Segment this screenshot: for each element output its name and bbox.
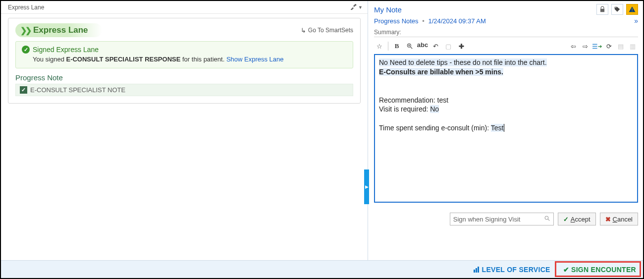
favorite-star-icon[interactable]: ☆ xyxy=(374,41,385,52)
cancel-rest: ancel xyxy=(617,216,633,223)
add-icon[interactable]: ✚ xyxy=(456,41,467,52)
left-pane: Express Lane ▼ ❯❯ Express Lane ↳ xyxy=(1,1,368,260)
sign-encounter-button[interactable]: ✔ SIGN ENCOUNTER xyxy=(560,264,639,276)
rec-label: Recommendation: xyxy=(379,96,437,104)
smartsets-label: Go To SmartSets xyxy=(308,27,353,34)
check-icon: ✔ xyxy=(563,266,569,274)
expand-chevrons-icon[interactable]: » xyxy=(634,17,638,25)
signed-express-lane-box: ✓ Signed Express Lane You signed E-CONSU… xyxy=(15,41,353,68)
note-type-link[interactable]: Progress Notes xyxy=(374,17,419,25)
signed-bold: E-CONSULT SPECIALIST RESPONSE xyxy=(66,56,180,63)
show-express-lane-link[interactable]: Show Express Lane xyxy=(226,56,284,63)
next-field-icon[interactable]: ⇨ xyxy=(580,41,590,52)
svg-point-4 xyxy=(545,216,548,220)
zoom-icon[interactable] xyxy=(404,41,415,52)
check-circle-icon: ✓ xyxy=(22,46,30,54)
cancel-button[interactable]: ✖ Cancel xyxy=(600,213,638,225)
svg-line-5 xyxy=(548,219,549,221)
note-sub-header: Progress Notes • 1/24/2024 09:37 AM » xyxy=(374,17,638,25)
progress-note-item[interactable]: ✓ E-CONSULT SPECIALIST NOTE xyxy=(15,84,353,96)
wrench-icon[interactable] xyxy=(350,3,357,11)
search-icon xyxy=(544,215,550,223)
time-value: Test xyxy=(491,124,505,132)
svg-line-1 xyxy=(411,47,413,49)
sign-label: SIGN ENCOUNTER xyxy=(571,266,636,274)
left-tab-title: Express Lane xyxy=(8,4,350,11)
rec-value: test xyxy=(437,96,449,104)
spellcheck-icon[interactable]: abc xyxy=(417,39,428,50)
note-timestamp-link[interactable]: 1/24/2024 09:37 AM xyxy=(428,17,485,25)
main-row: Express Lane ▼ ❯❯ Express Lane ↳ xyxy=(1,1,643,260)
lock-icon[interactable] xyxy=(596,4,608,15)
cancel-mnemonic: C xyxy=(613,216,617,223)
left-body: ❯❯ Express Lane ↳ Go To SmartSets ✓ Sign… xyxy=(1,14,368,108)
signed-heading: ✓ Signed Express Lane xyxy=(22,46,347,54)
express-lane-pill: ❯❯ Express Lane xyxy=(15,23,102,37)
dropdown-caret-icon[interactable]: ▼ xyxy=(358,5,363,10)
level-of-service-button[interactable]: LEVEL OF SERVICE xyxy=(474,266,550,274)
note-editor[interactable]: No Need to delete tips - these do not fi… xyxy=(374,54,638,203)
tag-icon[interactable] xyxy=(611,4,623,15)
warning-share-icon[interactable] xyxy=(626,4,638,15)
editor-toolbar: ☆ B abc ↶ ▢ ✚ ⇦ ⇨ ☰➔ ⟳ ▤ ▥ xyxy=(374,39,638,53)
bold-button[interactable]: B xyxy=(391,41,402,52)
undo-icon[interactable]: ↶ xyxy=(430,41,441,52)
editor-tip-line: No Need to delete tips - these do not fi… xyxy=(379,58,547,66)
bars-icon xyxy=(474,267,479,273)
chevrons-icon: ❯❯ xyxy=(20,26,30,35)
express-title-row: ❯❯ Express Lane ↳ Go To SmartSets xyxy=(15,23,353,37)
note-breadcrumb: Progress Notes • 1/24/2024 09:37 AM xyxy=(374,17,486,25)
go-to-smartsets-link[interactable]: ↳ Go To SmartSets xyxy=(301,27,353,34)
signed-suffix: for this patient. xyxy=(180,56,226,63)
x-icon: ✖ xyxy=(605,216,611,223)
doc-icon-2[interactable]: ▥ xyxy=(627,41,638,52)
signed-text: You signed E-CONSULT SPECIALIST RESPONSE… xyxy=(22,56,347,63)
summary-label: Summary: xyxy=(374,29,401,36)
left-header: Express Lane ▼ xyxy=(1,1,368,14)
editor-billable-line: E-Consults are billable when >5 mins. xyxy=(379,68,503,76)
redo-arrow-icon: ↳ xyxy=(301,27,306,34)
check-icon: ✓ xyxy=(563,216,569,223)
footer-bar: LEVEL OF SERVICE ✔ SIGN ENCOUNTER xyxy=(1,260,643,278)
accept-rest: ccept xyxy=(575,216,590,223)
summary-field[interactable]: Summary: xyxy=(374,29,638,37)
refresh-icon[interactable]: ⟳ xyxy=(603,41,614,52)
action-row: Sign when Signing Visit ✓ Accept ✖ Cance… xyxy=(374,213,638,225)
express-lane-heading: Express Lane xyxy=(33,25,88,35)
accept-button[interactable]: ✓ Accept xyxy=(558,213,596,225)
express-lane-card: ❯❯ Express Lane ↳ Go To SmartSets ✓ Sign… xyxy=(8,18,361,104)
signed-title: Signed Express Lane xyxy=(33,46,99,54)
time-label: Time spent sending e-consult (min): xyxy=(379,124,491,132)
dot-separator: • xyxy=(422,17,425,25)
progress-note-heading: Progress Note xyxy=(15,73,353,82)
cosign-search-input[interactable]: Sign when Signing Visit xyxy=(450,213,554,225)
los-label: LEVEL OF SERVICE xyxy=(482,266,550,274)
toolbar-separator xyxy=(388,42,388,51)
checkbox-checked-icon: ✓ xyxy=(20,86,27,94)
note-header: My Note xyxy=(374,4,638,15)
visit-value: No xyxy=(430,105,439,113)
progress-item-label: E-CONSULT SPECIALIST NOTE xyxy=(30,86,125,94)
doc-icon-1[interactable]: ▤ xyxy=(615,41,626,52)
right-pane: ▶ My Note Progress Notes • 1/24/2024 09:… xyxy=(368,1,643,260)
app-frame: Express Lane ▼ ❯❯ Express Lane ↳ xyxy=(0,0,644,279)
smartlink-icon[interactable]: ▢ xyxy=(443,41,454,52)
pane-resize-handle[interactable]: ▶ xyxy=(364,169,369,204)
prev-field-icon[interactable]: ⇦ xyxy=(568,41,579,52)
my-note-title[interactable]: My Note xyxy=(374,5,593,14)
toolbar-right-group: ⇦ ⇨ ☰➔ ⟳ ▤ ▥ xyxy=(568,41,638,52)
visit-label: Visit is required: xyxy=(379,105,430,113)
search-placeholder: Sign when Signing Visit xyxy=(453,216,521,223)
list-arrow-icon[interactable]: ☰➔ xyxy=(591,41,602,52)
signed-prefix: You signed xyxy=(33,56,66,63)
